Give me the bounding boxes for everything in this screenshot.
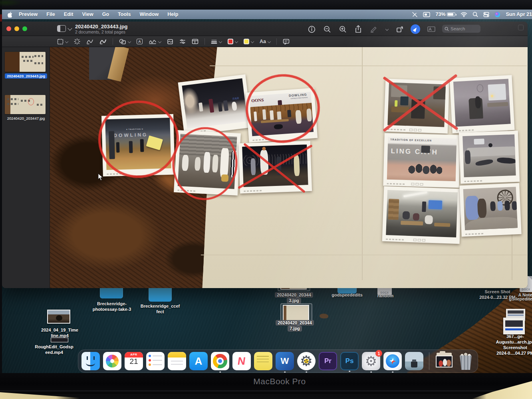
sketch-tool-button[interactable] bbox=[86, 39, 93, 44]
close-button[interactable] bbox=[6, 26, 11, 31]
adjust-size-button[interactable] bbox=[179, 39, 186, 44]
word-glyph: W bbox=[281, 356, 289, 366]
desktop-file-jpg2[interactable] bbox=[283, 305, 309, 322]
thumbnail-2-label[interactable]: 20240420_203447.jpg bbox=[3, 116, 49, 121]
premiere-glyph: Pr bbox=[324, 357, 332, 365]
augustus-label: 367...ge-Augustu...arch.jpg bbox=[493, 334, 532, 345]
tile-grout bbox=[201, 255, 527, 255]
zoom-button[interactable] bbox=[22, 26, 27, 31]
planter-box bbox=[89, 47, 121, 80]
menu-go[interactable]: Go bbox=[98, 12, 113, 17]
search-field[interactable]: Search bbox=[442, 25, 480, 33]
dock-trash-icon[interactable] bbox=[457, 352, 475, 370]
menu-edit[interactable]: Edit bbox=[60, 12, 78, 17]
photoshop-glyph: Ps bbox=[345, 357, 354, 365]
window-title: 20240420_203443.jpg bbox=[75, 24, 128, 30]
godspeededits-label: godspeededits bbox=[327, 292, 367, 298]
text-annotation-button[interactable] bbox=[427, 25, 436, 34]
wifi-icon[interactable] bbox=[461, 12, 467, 17]
selection-tool-button[interactable] bbox=[57, 39, 68, 45]
calendar-day: 21 bbox=[125, 357, 143, 366]
border-color-swatch[interactable] bbox=[228, 39, 238, 44]
adjust-color-button[interactable] bbox=[167, 39, 173, 45]
minimize-button[interactable] bbox=[14, 26, 19, 31]
signature-button[interactable] bbox=[149, 39, 161, 44]
desktop-file-roughedit-video[interactable] bbox=[51, 338, 68, 342]
info-button[interactable] bbox=[307, 25, 316, 34]
sidebar-toggle-icon[interactable] bbox=[57, 25, 66, 32]
siri-icon[interactable] bbox=[494, 12, 500, 18]
print-bench-celebration bbox=[174, 130, 241, 196]
desktop-file-timeline-video[interactable] bbox=[47, 310, 70, 324]
menu-file[interactable]: File bbox=[42, 12, 60, 17]
window-subtitle: 2 documents, 2 total pages bbox=[75, 30, 125, 34]
dock-shutter-encoder-icon[interactable]: ⚙ bbox=[297, 352, 316, 370]
control-center-icon[interactable] bbox=[483, 12, 489, 17]
markup-chevron-icon[interactable] bbox=[385, 28, 389, 31]
title-bar[interactable]: 20240420_203443.jpg 2 documents, 2 total… bbox=[2, 22, 528, 36]
dock-photo-stack-icon[interactable] bbox=[435, 352, 453, 370]
apple-menu-icon[interactable] bbox=[8, 12, 13, 18]
page-thumbnail-1[interactable] bbox=[5, 52, 46, 72]
annotations-panel-button[interactable] bbox=[283, 39, 290, 45]
rotate-button[interactable] bbox=[395, 25, 404, 34]
dock-photos-icon[interactable] bbox=[103, 352, 121, 370]
macbook-screen: Preview File Edit View Go Tools Window H… bbox=[2, 10, 532, 373]
dock-reminders-icon[interactable] bbox=[146, 352, 165, 370]
menu-tools[interactable]: Tools bbox=[113, 12, 135, 17]
room-background bbox=[0, 0, 532, 10]
dock-premiere-icon[interactable]: Pr bbox=[319, 352, 337, 370]
appstore-glyph: A bbox=[195, 355, 202, 367]
dock-finder-icon[interactable] bbox=[81, 352, 100, 370]
roughedit-label: RoughEdit_Godspeed.mp4 bbox=[29, 344, 79, 356]
print-gym-sticky: A TRADITION O DOWLING bbox=[101, 114, 175, 177]
page-thumbnail-2[interactable] bbox=[5, 95, 46, 114]
tile-grout bbox=[512, 231, 512, 280]
dock-ink-app-icon[interactable] bbox=[405, 352, 423, 370]
text-box-button[interactable]: A bbox=[137, 39, 143, 44]
draw-tool-active-button[interactable] bbox=[411, 24, 420, 34]
dock-appstore-icon[interactable]: A bbox=[189, 352, 208, 370]
dock-news-icon[interactable]: N bbox=[232, 352, 251, 370]
spotlight-search-icon[interactable] bbox=[472, 12, 478, 17]
annotate-table-button[interactable] bbox=[192, 39, 199, 44]
screenshot2-label: Screenshot2024-0....04.27 PM bbox=[493, 345, 532, 356]
text-style-button[interactable]: Aa bbox=[260, 39, 270, 44]
print-office bbox=[384, 79, 450, 134]
dock-notes-icon[interactable] bbox=[168, 352, 186, 370]
desktop-file-screenshot2[interactable] bbox=[503, 318, 525, 334]
dock-calendar-icon[interactable]: APR 21 bbox=[125, 352, 143, 370]
dock-photoshop-icon[interactable]: Ps bbox=[340, 352, 359, 370]
zoom-in-button[interactable] bbox=[338, 25, 347, 34]
draw-tool-button[interactable] bbox=[99, 39, 107, 44]
fill-color-swatch[interactable] bbox=[244, 39, 254, 44]
line-weight-button[interactable] bbox=[211, 39, 222, 44]
display-status-icon[interactable] bbox=[423, 12, 430, 17]
dock-safari-icon[interactable] bbox=[383, 352, 402, 370]
markup-pencil-button[interactable] bbox=[369, 25, 378, 34]
thumbnail-sidebar: 20240420_203443.jpg 20240420_203447.jpg bbox=[2, 47, 50, 288]
menu-help[interactable]: Help bbox=[163, 12, 183, 17]
sidebar-chevron-icon[interactable] bbox=[67, 26, 72, 30]
mouse-cursor bbox=[98, 173, 104, 183]
menu-preview[interactable]: Preview bbox=[14, 12, 42, 17]
menu-window[interactable]: Window bbox=[135, 12, 163, 17]
menu-bar-date[interactable]: Sun Apr 21 bbox=[506, 12, 532, 17]
toolbar-extra-icon[interactable] bbox=[518, 25, 524, 30]
shapes-tool-button[interactable] bbox=[119, 39, 131, 45]
dock-settings-icon[interactable]: ⚙1 bbox=[362, 352, 380, 370]
instant-alpha-button[interactable] bbox=[74, 38, 80, 45]
menu-view[interactable]: View bbox=[77, 12, 97, 17]
pencil-status-icon[interactable] bbox=[412, 12, 418, 18]
preview-window: 20240420_203443.jpg 2 documents, 2 total… bbox=[2, 22, 528, 288]
news-glyph: N bbox=[237, 355, 246, 367]
dock-chrome-icon[interactable] bbox=[211, 352, 229, 370]
note-overlap-label: gSilepedited bbox=[506, 296, 532, 302]
battery-percent: 73% bbox=[435, 12, 445, 17]
thumbnail-1-label[interactable]: 20240420_203443.jpg bbox=[3, 73, 49, 79]
dock-word-icon[interactable]: W bbox=[276, 352, 294, 370]
share-button[interactable] bbox=[354, 25, 363, 34]
dock-stickies-icon[interactable] bbox=[254, 352, 272, 370]
zoom-out-button[interactable] bbox=[323, 25, 332, 34]
battery-indicator[interactable]: 73% bbox=[435, 12, 455, 17]
